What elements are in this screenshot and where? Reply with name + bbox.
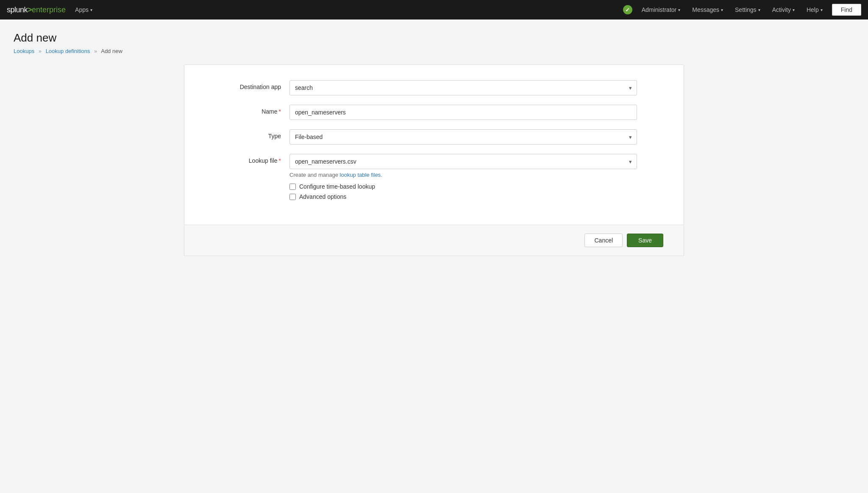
lookup-file-select[interactable]: open_nameservers.csv	[289, 154, 637, 169]
nav-help-label: Help	[807, 6, 819, 13]
helper-static-text: Create and manage	[289, 172, 340, 178]
chevron-down-icon: ▾	[678, 8, 680, 12]
advanced-options-label[interactable]: Advanced options	[299, 193, 346, 200]
lookup-file-required-star: *	[279, 157, 281, 164]
destination-app-control: search	[289, 80, 637, 95]
chevron-down-icon: ▾	[758, 8, 760, 12]
find-button[interactable]: Find	[832, 4, 861, 16]
name-input[interactable]	[289, 105, 637, 120]
time-based-lookup-checkbox[interactable]	[289, 184, 296, 190]
type-row: Type File-basedExternalGeospatial	[205, 129, 663, 145]
nav-messages-label: Messages	[692, 6, 719, 13]
status-indicator	[623, 5, 632, 14]
time-based-lookup-label[interactable]: Configure time-based lookup	[299, 183, 375, 190]
required-star: *	[279, 108, 281, 115]
page-title: Add new	[14, 31, 854, 45]
nav-apps-label: Apps	[75, 6, 89, 13]
nav-item-settings[interactable]: Settings ▾	[729, 0, 766, 19]
lookup-file-select-wrapper: open_nameservers.csv	[289, 154, 637, 169]
type-label: Type	[205, 129, 289, 139]
breadcrumb-lookup-definitions[interactable]: Lookup definitions	[46, 48, 90, 54]
name-row: Name*	[205, 105, 663, 120]
page-content: Add new Lookups » Lookup definitions » A…	[0, 19, 868, 268]
form-body: Destination app search Name*	[184, 65, 684, 225]
brand-logo[interactable]: splunk>enterprise	[7, 6, 66, 14]
chevron-down-icon: ▾	[90, 8, 92, 12]
breadcrumb-current: Add new	[101, 48, 122, 54]
lookup-file-label: Lookup file*	[205, 154, 289, 164]
nav-item-administrator[interactable]: Administrator ▾	[636, 0, 686, 19]
navbar: splunk>enterprise Apps ▾ Administrator ▾…	[0, 0, 868, 19]
nav-item-messages[interactable]: Messages ▾	[686, 0, 729, 19]
chevron-down-icon: ▾	[793, 8, 795, 12]
name-control	[289, 105, 637, 120]
breadcrumb: Lookups » Lookup definitions » Add new	[14, 48, 854, 54]
lookup-file-helper: Create and manage lookup table files.	[289, 172, 637, 178]
type-select-wrapper: File-basedExternalGeospatial	[289, 129, 637, 145]
type-control: File-basedExternalGeospatial	[289, 129, 637, 145]
brand-splunk-text: splunk>	[7, 6, 32, 14]
nav-item-activity[interactable]: Activity ▾	[766, 0, 801, 19]
chevron-down-icon: ▾	[821, 8, 823, 12]
nav-item-help[interactable]: Help ▾	[801, 0, 829, 19]
save-button[interactable]: Save	[627, 234, 663, 247]
nav-activity-label: Activity	[772, 6, 791, 13]
name-label: Name*	[205, 105, 289, 115]
destination-app-select-wrapper: search	[289, 80, 637, 95]
breadcrumb-lookups[interactable]: Lookups	[14, 48, 34, 54]
time-based-lookup-row: Configure time-based lookup	[289, 183, 637, 190]
chevron-down-icon: ▾	[721, 8, 723, 12]
nav-administrator-label: Administrator	[642, 6, 676, 13]
lookup-file-control: open_nameservers.csv Create and manage l…	[289, 154, 637, 200]
form-card: Destination app search Name*	[184, 64, 684, 256]
breadcrumb-sep-2: »	[94, 48, 97, 54]
type-select[interactable]: File-basedExternalGeospatial	[289, 129, 637, 145]
nav-settings-label: Settings	[735, 6, 757, 13]
lookup-table-files-link[interactable]: lookup table files.	[340, 172, 382, 178]
destination-app-row: Destination app search	[205, 80, 663, 95]
nav-item-apps[interactable]: Apps ▾	[69, 0, 98, 19]
cancel-button[interactable]: Cancel	[584, 234, 623, 247]
brand-enterprise-text: enterprise	[32, 6, 66, 14]
destination-app-select[interactable]: search	[289, 80, 637, 95]
lookup-file-row: Lookup file* open_nameservers.csv Create…	[205, 154, 663, 200]
advanced-options-row: Advanced options	[289, 193, 637, 200]
breadcrumb-sep-1: »	[39, 48, 42, 54]
destination-app-label: Destination app	[205, 80, 289, 90]
form-footer: Cancel Save	[184, 225, 684, 256]
advanced-options-checkbox[interactable]	[289, 194, 296, 200]
